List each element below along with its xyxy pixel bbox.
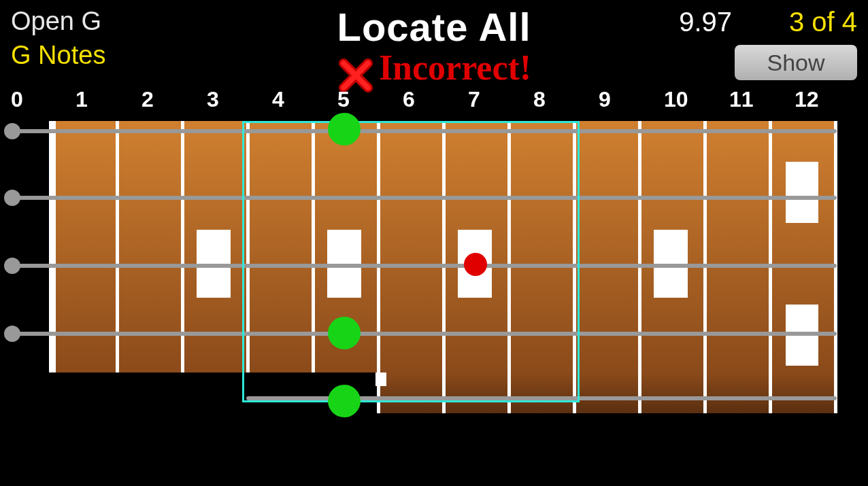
incorrect-dot <box>464 253 487 276</box>
fret-number: 11 <box>729 87 754 112</box>
fret-number: 3 <box>207 87 219 112</box>
selection-box <box>242 121 580 402</box>
timer-value: 9.97 <box>679 7 732 37</box>
fret-number: 9 <box>599 87 611 112</box>
fret-number: 6 <box>403 87 415 112</box>
fret-number: 8 <box>533 87 546 112</box>
mode-title: Locate All <box>0 4 868 50</box>
feedback-text: Incorrect! <box>379 48 531 87</box>
open-string-dot[interactable] <box>4 190 20 206</box>
show-button[interactable]: Show <box>735 45 857 80</box>
open-string-dot[interactable] <box>4 326 20 342</box>
progress-counter: 3 of 4 <box>789 7 857 37</box>
fret-number: 0 <box>11 87 23 112</box>
correct-dot <box>328 317 361 349</box>
correct-dot <box>328 385 361 417</box>
correct-dot <box>328 113 361 145</box>
fret-number: 10 <box>664 87 688 112</box>
fret-number: 7 <box>468 87 480 112</box>
fret-number: 1 <box>76 87 88 112</box>
fret-marker <box>786 162 818 223</box>
open-string-dot[interactable] <box>4 258 20 274</box>
fret-number: 2 <box>141 87 154 112</box>
open-string-dot[interactable] <box>4 123 20 139</box>
fret-number-row: 0123456789101112 <box>0 87 868 114</box>
fret-number: 4 <box>272 87 284 112</box>
fret-number: 12 <box>795 87 819 112</box>
fret-number: 5 <box>337 87 350 112</box>
fretboard[interactable] <box>49 121 837 413</box>
